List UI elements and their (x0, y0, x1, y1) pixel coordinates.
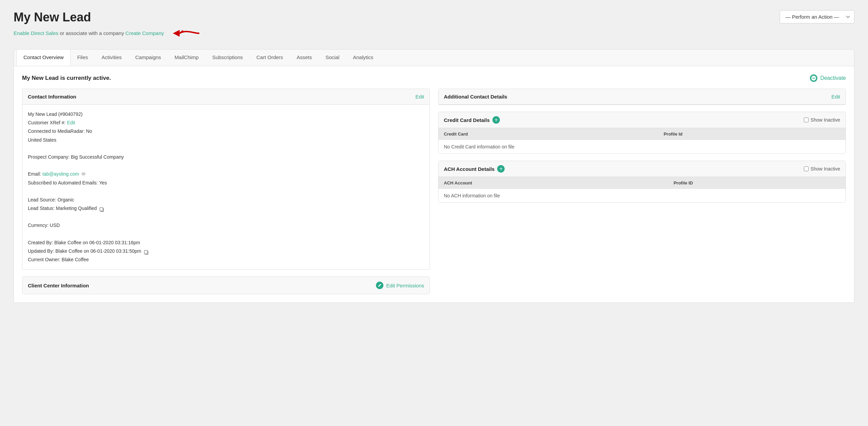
credit-card-table-header-row: Credit Card Profile Id (438, 128, 846, 140)
ach-col2-header: Profile ID (668, 177, 846, 189)
ach-show-inactive-label[interactable]: Show Inactive (804, 166, 840, 172)
pencil-icon (376, 282, 383, 289)
page-container: My New Lead Enable Direct Sales or assoc… (0, 0, 868, 426)
page-subtitle: Enable Direct Sales or associate with a … (14, 26, 200, 41)
subtitle-text: or associate with a company (60, 30, 124, 36)
header-left: My New Lead Enable Direct Sales or assoc… (14, 10, 200, 41)
two-col-layout: Contact Information Edit My New Lead (#9… (22, 89, 846, 294)
tabs-container: Contact Overview Files Activities Campai… (14, 49, 854, 66)
status-text: My New Lead is currently active. (22, 75, 111, 82)
create-company-link[interactable]: Create Company (125, 30, 164, 36)
add-credit-card-button[interactable]: + (492, 116, 500, 124)
additional-details-title: Additional Contact Details (444, 94, 507, 100)
xref-edit-link[interactable]: Edit (67, 120, 75, 125)
right-col: Additional Contact Details Edit Credit C… (438, 89, 846, 294)
perform-action-select[interactable]: — Perform an Action — Convert to Contact… (780, 10, 854, 23)
contact-info-card: Contact Information Edit My New Lead (#9… (22, 89, 430, 270)
tab-cart-orders[interactable]: Cart Orders (250, 50, 290, 66)
svg-rect-7 (144, 250, 147, 254)
tab-files[interactable]: Files (70, 50, 95, 66)
tab-contact-overview[interactable]: Contact Overview (17, 50, 70, 66)
svg-marker-1 (173, 30, 180, 37)
add-ach-button[interactable]: + (497, 165, 505, 173)
credit-card-show-inactive-checkbox[interactable] (804, 118, 809, 122)
credit-card-title: Credit Card Details (444, 117, 490, 123)
ach-show-inactive-checkbox[interactable] (804, 166, 809, 171)
prospect-label: Prospect Company: (28, 154, 70, 160)
credit-card-title-group: Credit Card Details + (444, 116, 500, 124)
contact-email: Email: tab@aysling.com ✉ (28, 170, 424, 178)
owner-value: Blake Coffee (62, 257, 89, 262)
contact-currency: Currency: USD (28, 221, 424, 230)
contact-xref: Customer XRef #: Edit (28, 119, 424, 127)
enable-direct-sales-link[interactable]: Enable Direct Sales (14, 30, 58, 36)
lead-source-value: Organic (57, 197, 74, 202)
ach-account-title-group: ACH Account Details + (444, 165, 505, 173)
email-link[interactable]: tab@aysling.com (42, 171, 79, 177)
contact-info-header: Contact Information Edit (22, 89, 430, 105)
deactivate-button[interactable]: Deactivate (810, 74, 846, 82)
contact-info-body: My New Lead (#9040792) Customer XRef #: … (22, 105, 430, 269)
lead-status-label: Lead Status: (28, 206, 55, 211)
contact-name-id: My New Lead (#9040792) (28, 110, 424, 119)
credit-card-table: Credit Card Profile Id No Credit Card in… (438, 128, 846, 154)
credit-card-col1-header: Credit Card (438, 128, 658, 140)
additional-details-header: Additional Contact Details Edit (438, 89, 846, 105)
subscribed-value: Yes (99, 180, 107, 185)
tabs-list: Contact Overview Files Activities Campai… (14, 50, 854, 66)
currency-value: USD (50, 223, 60, 228)
client-center-card: Client Center Information Edit Permissio… (22, 277, 430, 294)
tab-analytics[interactable]: Analytics (346, 50, 380, 66)
currency-label: Currency: (28, 223, 49, 228)
deactivate-label: Deactivate (820, 75, 846, 81)
additional-details-edit-link[interactable]: Edit (831, 94, 840, 100)
svg-rect-5 (100, 208, 103, 211)
tab-assets[interactable]: Assets (290, 50, 319, 66)
tab-social[interactable]: Social (319, 50, 346, 66)
contact-lead-source: Lead Source: Organic (28, 196, 424, 204)
updated-value: Blake Coffee on 06-01-2020 03:31:50pm (55, 248, 141, 254)
email-label: Email: (28, 171, 41, 177)
client-center-header: Client Center Information Edit Permissio… (22, 277, 430, 294)
credit-card-show-inactive-text: Show Inactive (811, 117, 840, 123)
contact-media-radar: Connected to MediaRadar: No (28, 127, 424, 136)
edit-permissions-button[interactable]: Edit Permissions (376, 282, 424, 289)
additional-details-card: Additional Contact Details Edit (438, 89, 846, 105)
contact-updated: Updated By: Blake Coffee on 06-01-2020 0… (28, 247, 424, 255)
copy-icon[interactable] (100, 206, 104, 211)
contact-lead-status: Lead Status: Marketing Qualified (28, 204, 424, 213)
contact-info-edit-link[interactable]: Edit (415, 94, 424, 100)
lead-status-value: Marketing Qualified (56, 206, 97, 211)
owner-label: Current Owner: (28, 257, 60, 262)
credit-card-empty-message: No Credit Card information on file (438, 140, 846, 154)
contact-country: United States (28, 136, 424, 144)
tab-activities[interactable]: Activities (95, 50, 128, 66)
updated-label: Updated By: (28, 248, 54, 254)
tab-campaigns[interactable]: Campaigns (128, 50, 168, 66)
main-content: My New Lead is currently active. Deactiv… (14, 66, 854, 303)
deactivate-icon (810, 74, 817, 82)
edit-permissions-label: Edit Permissions (386, 283, 424, 288)
page-header: My New Lead Enable Direct Sales or assoc… (14, 10, 854, 41)
xref-label: Customer XRef #: (28, 120, 66, 125)
status-bar: My New Lead is currently active. Deactiv… (22, 74, 846, 82)
credit-card-col2-header: Profile Id (658, 128, 846, 140)
tab-mailchimp[interactable]: MailChimp (168, 50, 205, 66)
header-right: — Perform an Action — Convert to Contact… (780, 10, 854, 23)
credit-card-show-inactive-label[interactable]: Show Inactive (804, 117, 840, 123)
copy-icon-2[interactable] (144, 249, 149, 254)
ach-table: ACH Account Profile ID No ACH informatio… (438, 177, 846, 202)
ach-show-inactive-text: Show Inactive (811, 166, 840, 172)
credit-card-empty-row: No Credit Card information on file (438, 140, 846, 154)
page-title: My New Lead (14, 10, 200, 24)
ach-table-header-row: ACH Account Profile ID (438, 177, 846, 189)
prospect-value: Big Successful Company (71, 154, 124, 160)
red-arrow-indicator (169, 26, 200, 41)
contact-subscribed: Subscribed to Automated Emails: Yes (28, 179, 424, 187)
credit-card-card: Credit Card Details + Show Inactive Cred… (438, 112, 846, 154)
tab-subscriptions[interactable]: Subscriptions (205, 50, 250, 66)
contact-info-title: Contact Information (28, 94, 76, 100)
lead-source-label: Lead Source: (28, 197, 56, 202)
ach-empty-row: No ACH information on file (438, 189, 846, 202)
left-col: Contact Information Edit My New Lead (#9… (22, 89, 430, 294)
